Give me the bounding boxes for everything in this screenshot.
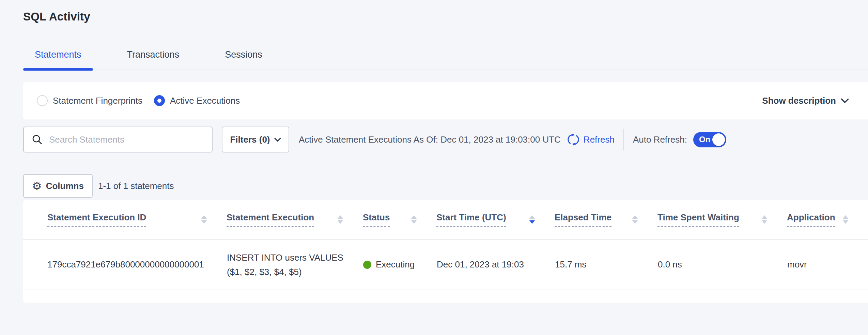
cell-start-time: Dec 01, 2023 at 19:03 bbox=[436, 239, 555, 290]
cell-status: Executing bbox=[363, 239, 436, 290]
toggle-knob bbox=[712, 133, 725, 146]
view-mode-card: Statement Fingerprints Active Executions… bbox=[23, 82, 868, 119]
toggle-state-label: On bbox=[699, 135, 710, 144]
col-header-start-time[interactable]: Start Time (UTC) bbox=[436, 200, 555, 239]
filters-button[interactable]: Filters (0) bbox=[222, 127, 289, 152]
cell-statement: INSERT INTO users VALUES ($1, $2, $3, $4… bbox=[227, 239, 363, 290]
cell-application: movr bbox=[787, 239, 868, 290]
radio-label: Statement Fingerprints bbox=[53, 96, 142, 106]
search-statements-box bbox=[23, 127, 213, 152]
columns-button[interactable]: ⚙ Columns bbox=[23, 174, 93, 198]
radio-statement-fingerprints[interactable]: Statement Fingerprints bbox=[37, 95, 142, 106]
page-title: SQL Activity bbox=[23, 0, 868, 23]
search-input[interactable] bbox=[48, 134, 200, 145]
chevron-down-icon bbox=[274, 137, 281, 142]
col-header-statement-execution-id[interactable]: Statement Execution ID bbox=[23, 200, 227, 239]
sort-arrows-icon bbox=[529, 215, 535, 224]
show-description-button[interactable]: Show description bbox=[762, 96, 849, 106]
col-header-elapsed-time[interactable]: Elapsed Time bbox=[555, 200, 657, 239]
table-header-row: Statement Execution ID Statement Executi… bbox=[23, 200, 868, 239]
sort-arrows-icon bbox=[411, 215, 417, 224]
refresh-icon bbox=[567, 133, 580, 146]
col-header-time-spent-waiting[interactable]: Time Spent Waiting bbox=[657, 200, 787, 239]
radio-active-executions[interactable]: Active Executions bbox=[154, 95, 240, 106]
auto-refresh-toggle[interactable]: On bbox=[693, 132, 726, 147]
statements-table: Statement Execution ID Statement Executi… bbox=[23, 200, 868, 290]
result-count: 1-1 of 1 statements bbox=[98, 181, 174, 191]
search-icon bbox=[32, 134, 42, 145]
tab-statements[interactable]: Statements bbox=[23, 49, 93, 70]
cell-time-spent-waiting: 0.0 ns bbox=[657, 239, 787, 290]
chevron-down-icon bbox=[841, 98, 849, 103]
sort-arrows-icon bbox=[201, 215, 207, 224]
tab-sessions[interactable]: Sessions bbox=[213, 49, 274, 70]
sort-arrows-icon bbox=[338, 215, 343, 224]
table-toolbar: ⚙ Columns 1-1 of 1 statements bbox=[23, 174, 868, 198]
columns-label: Columns bbox=[46, 181, 84, 191]
sort-arrows-icon bbox=[632, 215, 638, 224]
col-header-application[interactable]: Application bbox=[787, 200, 868, 239]
col-header-status[interactable]: Status bbox=[363, 200, 436, 239]
controls-row: Filters (0) Active Statement Executions … bbox=[23, 127, 868, 152]
sort-arrows-icon bbox=[843, 215, 848, 224]
refresh-button[interactable]: Refresh bbox=[567, 133, 615, 146]
divider bbox=[623, 129, 624, 150]
gear-icon: ⚙ bbox=[32, 180, 42, 191]
tab-transactions[interactable]: Transactions bbox=[115, 49, 191, 70]
auto-refresh-label: Auto Refresh: bbox=[633, 134, 687, 145]
table-row[interactable]: 179cca7921e679b80000000000000001 INSERT … bbox=[23, 239, 868, 290]
radio-label: Active Executions bbox=[170, 96, 240, 106]
statements-table-card: Statement Execution ID Statement Executi… bbox=[23, 200, 868, 303]
refresh-label: Refresh bbox=[584, 134, 615, 145]
show-description-label: Show description bbox=[762, 96, 836, 106]
tab-bar: Statements Transactions Sessions bbox=[23, 37, 868, 70]
filters-label: Filters (0) bbox=[230, 134, 270, 145]
sql-activity-page: SQL Activity Statements Transactions Ses… bbox=[23, 0, 868, 303]
radio-circle-icon bbox=[154, 95, 165, 106]
radio-circle-icon bbox=[37, 95, 48, 106]
as-of-text: Active Statement Executions As Of: Dec 0… bbox=[299, 134, 561, 145]
cell-elapsed-time: 15.7 ms bbox=[555, 239, 657, 290]
col-header-statement-execution[interactable]: Statement Execution bbox=[227, 200, 363, 239]
sort-arrows-icon bbox=[762, 215, 767, 224]
cell-execution-id: 179cca7921e679b80000000000000001 bbox=[23, 239, 227, 290]
status-dot-icon bbox=[363, 261, 371, 269]
